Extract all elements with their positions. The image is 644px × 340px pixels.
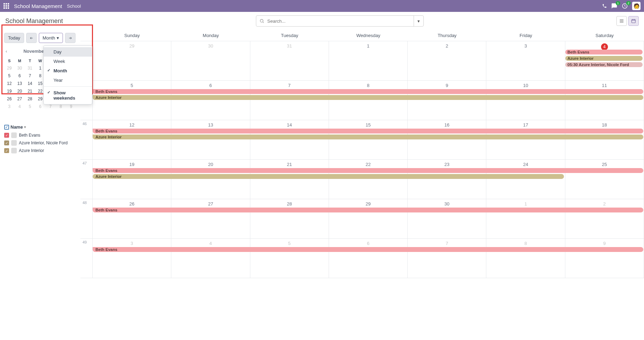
dropdown-separator bbox=[44, 86, 92, 87]
day-cell[interactable]: 29 bbox=[93, 41, 171, 80]
mini-day[interactable]: 14 bbox=[25, 80, 35, 87]
day-number: 27 bbox=[171, 200, 250, 208]
chevron-down-icon: ▾ bbox=[57, 35, 59, 41]
mini-day[interactable]: 19 bbox=[4, 87, 14, 95]
day-number: 9 bbox=[408, 81, 486, 89]
mini-day[interactable]: 21 bbox=[25, 87, 35, 95]
dropdown-year[interactable]: Year bbox=[44, 75, 92, 85]
week-number: 46 bbox=[80, 120, 93, 159]
mini-day[interactable]: 12 bbox=[4, 80, 14, 87]
day-number: 19 bbox=[93, 160, 171, 168]
dropdown-day[interactable]: Day bbox=[44, 47, 92, 57]
filter-group-label: Name bbox=[10, 124, 23, 130]
search-icon bbox=[256, 19, 267, 23]
range-selector-button[interactable]: Month▾ bbox=[39, 33, 63, 43]
calendar-event[interactable]: Beth Evans bbox=[93, 89, 643, 94]
day-cell[interactable]: 9 bbox=[565, 239, 644, 278]
day-cell[interactable]: 2 bbox=[565, 199, 644, 238]
day-cell[interactable]: 4 bbox=[171, 239, 250, 278]
day-cell[interactable]: 1 bbox=[486, 199, 565, 238]
mini-dow: M bbox=[14, 57, 24, 64]
day-number: 5 bbox=[250, 239, 329, 247]
mini-day[interactable]: 29 bbox=[4, 64, 14, 72]
apps-icon[interactable] bbox=[3, 3, 9, 9]
day-number: 29 bbox=[329, 200, 407, 208]
calendar-dow: Thursday bbox=[408, 30, 486, 41]
calendar-week-row: 49 3 4 5 6 7 8 9 Beth Evans bbox=[80, 239, 644, 278]
day-cell[interactable]: 30 bbox=[171, 41, 250, 80]
day-cell[interactable]: 3 bbox=[486, 41, 565, 80]
mini-day[interactable]: 5 bbox=[4, 72, 14, 80]
mini-day[interactable]: 31 bbox=[25, 64, 35, 72]
mini-day[interactable]: 4 bbox=[14, 103, 24, 110]
next-button[interactable] bbox=[65, 33, 76, 43]
day-cell[interactable]: 31 bbox=[250, 41, 329, 80]
day-number: 30 bbox=[171, 42, 250, 50]
mini-day[interactable]: 28 bbox=[25, 95, 35, 103]
mini-day[interactable]: 20 bbox=[14, 87, 24, 95]
messages-icon[interactable]: 1 bbox=[611, 3, 617, 9]
calendar-event[interactable]: 05:30 Azure Interior, Nicole Ford bbox=[565, 62, 643, 67]
top-nav: School Management School 1 2 🧑 bbox=[0, 0, 644, 12]
day-cell[interactable]: 3 bbox=[93, 239, 171, 278]
calendar-event[interactable]: Beth Evans bbox=[93, 168, 643, 173]
calendar-event[interactable]: Azure Interior bbox=[93, 174, 564, 179]
mini-day[interactable]: 27 bbox=[14, 95, 24, 103]
mini-day[interactable]: 6 bbox=[14, 72, 24, 80]
dropdown-month[interactable]: Month bbox=[44, 66, 92, 75]
mini-prev-icon[interactable]: ‹ bbox=[4, 48, 8, 55]
day-number: 15 bbox=[329, 121, 407, 129]
day-cell[interactable]: 4 bbox=[565, 41, 644, 80]
nav-menu-school[interactable]: School bbox=[67, 3, 81, 9]
day-cell[interactable]: 7 bbox=[408, 239, 486, 278]
calendar-event[interactable]: Beth Evans bbox=[565, 50, 643, 55]
filter-item[interactable]: ✓ Azure Interior bbox=[4, 148, 76, 153]
prev-button[interactable] bbox=[26, 33, 37, 43]
day-cell[interactable]: 27 bbox=[171, 199, 250, 238]
filter-avatar bbox=[11, 132, 17, 138]
user-avatar[interactable]: 🧑 bbox=[632, 2, 641, 10]
day-number: 20 bbox=[171, 160, 250, 168]
day-cell[interactable]: 6 bbox=[329, 239, 408, 278]
calendar-event[interactable]: Beth Evans bbox=[93, 129, 643, 133]
mini-day[interactable]: 3 bbox=[4, 103, 14, 110]
calendar-event[interactable]: Beth Evans bbox=[93, 208, 643, 212]
calendar-event[interactable]: Azure Interior bbox=[93, 135, 643, 139]
day-number: 14 bbox=[250, 121, 329, 129]
calendar-event[interactable]: Beth Evans bbox=[93, 247, 643, 252]
day-cell[interactable]: 29 bbox=[329, 199, 408, 238]
filter-item[interactable]: ✓ Beth Evans bbox=[4, 132, 76, 138]
mini-dow: T bbox=[25, 57, 35, 64]
view-list-button[interactable] bbox=[616, 16, 627, 26]
day-cell[interactable]: 5 bbox=[250, 239, 329, 278]
phone-icon[interactable] bbox=[602, 3, 607, 8]
filter-item[interactable]: ✓ Azure Interior, Nicole Ford bbox=[4, 140, 76, 146]
mini-day[interactable]: 7 bbox=[25, 72, 35, 80]
calendar-event[interactable]: Azure Interior bbox=[93, 95, 643, 100]
day-cell[interactable]: 26 bbox=[93, 199, 171, 238]
calendar-event[interactable]: Azure Interior bbox=[565, 56, 643, 61]
day-cell[interactable]: 1 bbox=[329, 41, 408, 80]
view-calendar-button[interactable] bbox=[628, 16, 639, 26]
calendar-dow: Monday bbox=[171, 30, 250, 41]
day-number: 6 bbox=[171, 81, 250, 89]
dropdown-week[interactable]: Week bbox=[44, 57, 92, 66]
calendar-dow: Tuesday bbox=[250, 30, 329, 41]
calendar-week-row: 46 12 13 14 15 16 17 18 Beth EvansAzure … bbox=[80, 120, 644, 160]
day-cell[interactable]: 2 bbox=[408, 41, 486, 80]
search-input[interactable] bbox=[267, 19, 414, 24]
filter-label: Azure Interior bbox=[19, 148, 44, 153]
day-cell[interactable]: 8 bbox=[486, 239, 565, 278]
activity-icon[interactable]: 2 bbox=[622, 3, 628, 9]
mini-day[interactable]: 5 bbox=[25, 103, 35, 110]
range-dropdown: Day Week Month Year Show weekends bbox=[43, 45, 92, 104]
mini-day[interactable]: 26 bbox=[4, 95, 14, 103]
mini-day[interactable]: 30 bbox=[14, 64, 24, 72]
dropdown-show-weekends[interactable]: Show weekends bbox=[44, 88, 92, 103]
today-button[interactable]: Today bbox=[4, 33, 24, 43]
day-cell[interactable]: 28 bbox=[250, 199, 329, 238]
filter-group-name[interactable]: ✓ Name ▾ bbox=[4, 124, 76, 130]
day-cell[interactable]: 30 bbox=[408, 199, 486, 238]
search-options-dropdown[interactable]: ▾ bbox=[414, 16, 423, 26]
mini-day[interactable]: 13 bbox=[14, 80, 24, 87]
